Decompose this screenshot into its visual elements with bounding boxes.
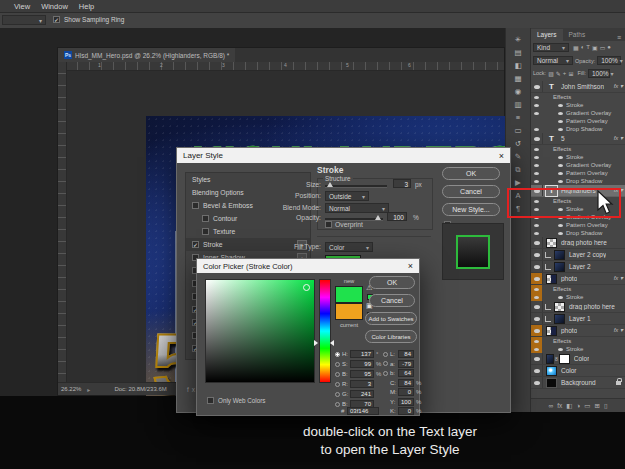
effect-eye-icon[interactable] xyxy=(558,180,563,183)
hsb-radio-b[interactable] xyxy=(335,372,340,377)
hsb-input-r[interactable]: 3 xyxy=(350,380,374,388)
navigator-icon[interactable]: ≡ xyxy=(512,114,525,122)
visibility-cell[interactable] xyxy=(531,353,543,364)
empty-layer-thumbnail[interactable] xyxy=(546,238,557,248)
blend-mode-dropdown[interactable]: Normal ▾ xyxy=(533,56,573,65)
lab-input-b[interactable]: 64 xyxy=(398,369,414,377)
filter-pixel-icon[interactable]: ▦ xyxy=(573,44,579,51)
style-checkbox-contour[interactable] xyxy=(202,215,209,222)
hue-slider[interactable] xyxy=(319,279,331,383)
visibility-cell[interactable] xyxy=(531,145,542,153)
layer-row-5[interactable]: T5fx ▾ xyxy=(531,133,625,145)
visibility-cell[interactable] xyxy=(531,273,543,284)
layer-effects-icon[interactable]: fx xyxy=(557,402,562,409)
effect-eye-icon[interactable] xyxy=(558,112,563,115)
fx-badge[interactable]: fx ▾ xyxy=(614,274,623,281)
lab-input-m[interactable]: 0 xyxy=(398,388,414,396)
fill-layer-mask-thumbnail[interactable] xyxy=(559,354,570,364)
visibility-cell[interactable] xyxy=(531,261,543,272)
visibility-cell[interactable] xyxy=(531,109,542,117)
size-slider-thumb[interactable] xyxy=(327,182,333,187)
effect-eye-icon[interactable] xyxy=(558,224,563,227)
lab-input-k[interactable]: 0 xyxy=(398,407,414,415)
color-panel-icon[interactable]: ◧ xyxy=(512,62,525,70)
lock-transparency-icon[interactable]: ▨ xyxy=(548,70,554,77)
effect-row-pattern-overlay[interactable]: Pattern Overlay xyxy=(531,169,625,177)
hsb-input-s[interactable]: 99 xyxy=(350,360,374,368)
layer-group-icon[interactable]: ▭ xyxy=(584,402,590,410)
hsb-input-b[interactable]: 95 xyxy=(350,370,374,378)
eye-icon[interactable] xyxy=(534,156,539,159)
adjustments-icon[interactable]: ✳ xyxy=(512,36,525,44)
layer-row-drag-photo-here[interactable]: drag photo here xyxy=(531,301,625,313)
menu-window[interactable]: Window xyxy=(41,2,68,11)
eye-icon[interactable] xyxy=(534,96,539,99)
close-icon[interactable]: × xyxy=(499,151,504,161)
filter-adjustment-icon[interactable]: ◐ xyxy=(581,44,585,51)
eye-icon[interactable] xyxy=(534,148,539,151)
effect-eye-icon[interactable] xyxy=(558,104,563,107)
visibility-cell[interactable] xyxy=(531,293,542,301)
eye-icon[interactable] xyxy=(534,253,540,257)
saturation-brightness-field[interactable] xyxy=(205,279,315,383)
size-slider[interactable] xyxy=(325,185,387,188)
effect-row-drop-shadow[interactable]: Drop Shadow xyxy=(531,125,625,133)
eye-icon[interactable] xyxy=(534,369,540,373)
effect-row-effects[interactable]: Effects xyxy=(531,93,625,101)
hue-slider-marker-left[interactable] xyxy=(314,340,318,346)
effect-row-effects[interactable]: Effects xyxy=(531,337,625,345)
filter-shape-icon[interactable]: ▣ xyxy=(592,44,598,51)
eye-icon[interactable] xyxy=(534,112,539,115)
hsb-radio-b[interactable] xyxy=(335,402,340,407)
lab-radio-l[interactable] xyxy=(383,352,388,357)
layer-row-photo[interactable]: photofx ▾ xyxy=(531,325,625,337)
style-checkbox-stroke[interactable] xyxy=(192,241,199,248)
close-icon[interactable]: × xyxy=(408,261,413,271)
eye-icon[interactable] xyxy=(534,164,539,167)
color-layer-thumbnail[interactable] xyxy=(546,366,557,376)
eye-icon[interactable] xyxy=(534,180,539,183)
visibility-cell[interactable] xyxy=(531,285,542,293)
visibility-cell[interactable] xyxy=(531,237,543,248)
cancel-button[interactable]: Cancel xyxy=(442,185,500,198)
hsb-input-g[interactable]: 241 xyxy=(350,390,374,398)
zoom-level[interactable]: 26.22% xyxy=(61,386,81,392)
brushes-icon[interactable]: ✎ xyxy=(512,153,525,161)
effect-eye-icon[interactable] xyxy=(558,156,563,159)
layer-style-titlebar[interactable]: Layer Style × xyxy=(177,148,510,163)
color-libraries-button[interactable]: Color Libraries xyxy=(365,330,417,343)
effect-eye-icon[interactable] xyxy=(558,296,563,299)
eye-icon[interactable] xyxy=(534,232,539,235)
fill-dropdown[interactable]: 100% ▾ xyxy=(588,69,610,78)
lab-input-y[interactable]: 100 xyxy=(398,398,414,406)
tab-paths[interactable]: Paths xyxy=(563,29,592,41)
lock-pixels-icon[interactable]: ✎ xyxy=(556,70,561,77)
lab-radio-b[interactable] xyxy=(383,371,388,376)
eye-icon[interactable] xyxy=(534,104,539,107)
lock-position-icon[interactable]: + xyxy=(563,70,567,77)
swatches-icon[interactable]: ▦ xyxy=(512,75,525,83)
effect-eye-icon[interactable] xyxy=(558,164,563,167)
image-layer-thumbnail[interactable] xyxy=(554,250,565,260)
hex-input[interactable]: 03f146 xyxy=(347,407,379,415)
adjustment-layer-icon[interactable]: ◑ xyxy=(576,402,580,409)
effect-eye-icon[interactable] xyxy=(558,120,563,123)
eye-icon[interactable] xyxy=(534,265,540,269)
effect-eye-icon[interactable] xyxy=(558,172,563,175)
visibility-cell[interactable] xyxy=(531,345,542,353)
eye-icon[interactable] xyxy=(534,340,539,343)
eye-icon[interactable] xyxy=(534,305,540,309)
show-sampling-ring-checkbox[interactable] xyxy=(53,16,60,23)
new-style-button[interactable]: New Style... xyxy=(442,203,500,216)
effect-row-gradient-overlay[interactable]: Gradient Overlay xyxy=(531,161,625,169)
eye-icon[interactable] xyxy=(534,288,539,291)
tool-preset-dropdown[interactable]: ▾ xyxy=(2,15,46,25)
color-field-marker[interactable] xyxy=(303,284,310,291)
fx-badge[interactable]: fx ▾ xyxy=(614,82,623,89)
eye-icon[interactable] xyxy=(534,137,540,141)
hsb-radio-s[interactable] xyxy=(335,362,340,367)
menu-view[interactable]: View xyxy=(14,2,30,11)
picker-cancel-button[interactable]: Cancel xyxy=(369,294,415,307)
hsb-input-h[interactable]: 137 xyxy=(350,350,374,358)
visibility-cell[interactable] xyxy=(531,133,543,144)
